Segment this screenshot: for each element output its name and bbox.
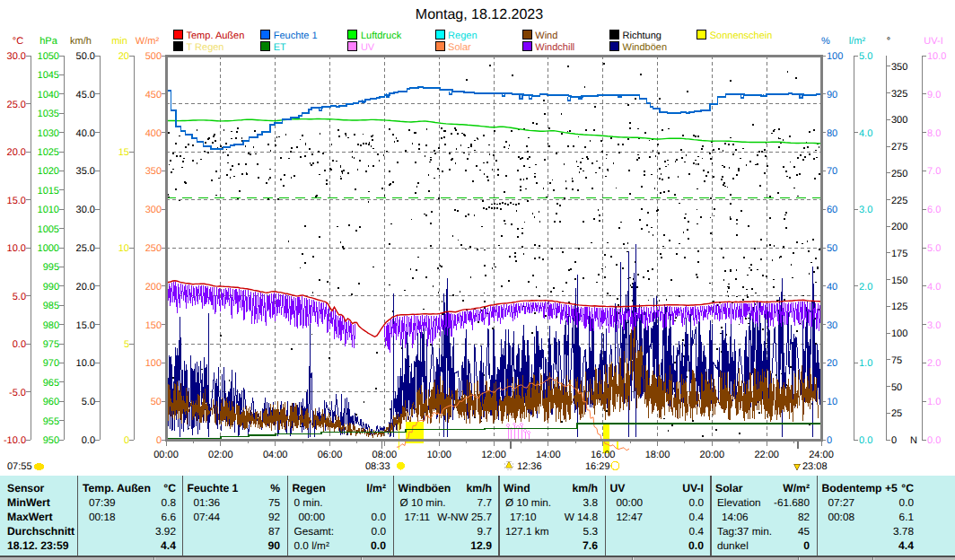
- svg-text:20.0: 20.0: [76, 282, 95, 293]
- svg-text:225: 225: [891, 196, 907, 206]
- svg-text:40: 40: [827, 282, 837, 293]
- svg-text:Bodentemp +5: Bodentemp +5: [822, 482, 898, 494]
- svg-text:0.0: 0.0: [371, 539, 386, 552]
- svg-text:300: 300: [145, 205, 162, 215]
- svg-text:Ø 10 min.: Ø 10 min.: [505, 496, 551, 509]
- svg-text:ET: ET: [274, 42, 286, 53]
- svg-text:15: 15: [118, 147, 129, 158]
- svg-text:35.0: 35.0: [76, 166, 95, 177]
- svg-text:%: %: [821, 36, 830, 47]
- svg-text:50: 50: [891, 382, 902, 393]
- svg-text:22:00: 22:00: [754, 450, 779, 460]
- svg-text:82: 82: [798, 511, 810, 523]
- svg-text:1025: 1025: [38, 147, 59, 158]
- svg-text:02:00: 02:00: [208, 450, 233, 460]
- svg-text:20: 20: [118, 51, 129, 62]
- svg-text:4.0: 4.0: [859, 128, 872, 139]
- svg-text:5.0: 5.0: [82, 397, 95, 407]
- svg-text:90: 90: [827, 90, 837, 101]
- svg-text:UV: UV: [361, 42, 375, 53]
- svg-text:W/m²: W/m²: [783, 482, 810, 494]
- svg-text:14:06: 14:06: [722, 511, 749, 523]
- svg-text:1005: 1005: [38, 224, 59, 235]
- svg-text:25.0: 25.0: [7, 100, 26, 110]
- svg-text:MaxWert: MaxWert: [7, 511, 53, 523]
- svg-text:100: 100: [891, 328, 907, 339]
- svg-text:Durchschnitt: Durchschnitt: [7, 525, 74, 538]
- svg-text:Elevation: Elevation: [717, 496, 761, 509]
- svg-text:Sonnenschein: Sonnenschein: [710, 31, 773, 41]
- svg-text:0.0: 0.0: [927, 435, 941, 446]
- svg-text:50.0: 50.0: [76, 51, 95, 62]
- svg-text:4.4: 4.4: [161, 539, 176, 552]
- svg-text:4.0: 4.0: [927, 282, 941, 293]
- svg-text:00:00: 00:00: [617, 496, 644, 509]
- svg-text:9.0: 9.0: [927, 90, 941, 101]
- svg-text:8.0: 8.0: [927, 128, 941, 139]
- svg-text:N: N: [910, 435, 917, 446]
- svg-text:1.0: 1.0: [927, 397, 941, 407]
- svg-text:12:00: 12:00: [481, 450, 506, 460]
- svg-text:0.0: 0.0: [372, 511, 387, 523]
- svg-text:127.1 km: 127.1 km: [505, 525, 549, 538]
- svg-text:5.3: 5.3: [583, 525, 599, 538]
- svg-text:l/m²: l/m²: [366, 482, 386, 494]
- svg-text:24:00: 24:00: [809, 450, 834, 460]
- svg-text:0.0: 0.0: [13, 339, 26, 350]
- svg-text:07:39: 07:39: [89, 496, 116, 509]
- svg-text:87: 87: [268, 525, 280, 538]
- svg-text:30: 30: [827, 320, 837, 331]
- svg-text:45: 45: [798, 525, 810, 538]
- svg-text:0: 0: [803, 539, 810, 552]
- svg-text:3.8: 3.8: [583, 496, 599, 509]
- svg-text:350: 350: [145, 166, 162, 177]
- svg-text:0.0: 0.0: [82, 435, 95, 446]
- svg-text:18.12. 23:59: 18.12. 23:59: [7, 539, 69, 552]
- svg-text:Montag, 18.12.2023: Montag, 18.12.2023: [416, 7, 543, 22]
- svg-text:Gesamt:: Gesamt:: [294, 525, 335, 538]
- svg-text:6.6: 6.6: [162, 511, 177, 523]
- svg-text:MinWert: MinWert: [7, 496, 50, 509]
- svg-text:1.0: 1.0: [859, 358, 872, 369]
- svg-text:300: 300: [891, 115, 907, 126]
- svg-text:25.0: 25.0: [76, 243, 95, 254]
- svg-text:995: 995: [43, 262, 59, 273]
- svg-text:200: 200: [891, 222, 907, 232]
- svg-text:00:00: 00:00: [153, 450, 179, 460]
- svg-text:Wind: Wind: [504, 482, 530, 494]
- svg-text:Ø 10 min.: Ø 10 min.: [400, 496, 446, 509]
- svg-text:10: 10: [827, 397, 837, 407]
- svg-text:dunkel: dunkel: [717, 539, 749, 552]
- svg-text:Temp. Außen: Temp. Außen: [83, 482, 151, 494]
- svg-text:40.0: 40.0: [76, 128, 95, 139]
- svg-text:0 min.: 0 min.: [294, 496, 323, 509]
- svg-text:1035: 1035: [38, 109, 59, 119]
- svg-text:90: 90: [267, 539, 280, 552]
- svg-text:3.0: 3.0: [927, 320, 941, 331]
- svg-text:15.0: 15.0: [76, 320, 95, 331]
- svg-text:07:55: 07:55: [7, 461, 32, 472]
- svg-text:1045: 1045: [38, 70, 59, 81]
- svg-text:2.0: 2.0: [859, 282, 872, 293]
- svg-text:km/h: km/h: [467, 482, 492, 494]
- svg-text:17:10: 17:10: [510, 511, 537, 523]
- svg-text:3.78: 3.78: [893, 525, 914, 538]
- svg-text:Tag:37 min.: Tag:37 min.: [717, 525, 772, 538]
- svg-text:08:33: 08:33: [365, 461, 390, 472]
- svg-text:150: 150: [891, 276, 907, 286]
- svg-text:°C: °C: [163, 482, 176, 494]
- svg-text:965: 965: [43, 378, 59, 389]
- svg-text:0: 0: [124, 435, 129, 446]
- svg-text:75: 75: [268, 496, 281, 509]
- svg-text:7.6: 7.6: [583, 539, 598, 552]
- svg-text:01:36: 01:36: [194, 496, 221, 509]
- svg-text:14:00: 14:00: [536, 450, 561, 460]
- svg-text:0.0: 0.0: [688, 539, 704, 552]
- svg-text:4.4: 4.4: [898, 539, 914, 552]
- svg-text:Feuchte 1: Feuchte 1: [274, 31, 318, 41]
- svg-text:0: 0: [827, 435, 832, 446]
- svg-text:1000: 1000: [38, 243, 59, 254]
- svg-text:16:00: 16:00: [591, 450, 616, 460]
- svg-text:92: 92: [268, 511, 280, 523]
- svg-text:10:00: 10:00: [426, 450, 451, 460]
